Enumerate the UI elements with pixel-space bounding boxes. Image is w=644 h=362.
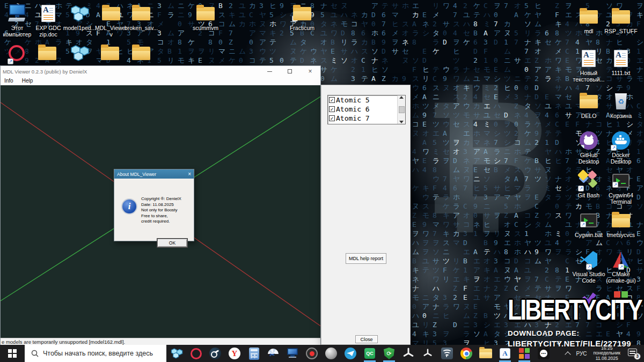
taskbar-icon-hexagons-app[interactable] [167,345,186,362]
desktop-icon-purple-check-app[interactable] [572,288,605,308]
tray-chevron-up-icon[interactable] [565,351,570,356]
taskbar-icon-text-editor[interactable]: A [495,345,515,362]
sphere-icon [325,348,337,359]
desktop-icon-colored-squares-app[interactable] [604,288,638,308]
taskbar-icon-snipping-tool[interactable]: ✂ [264,345,283,362]
taskbar-icon-chrome[interactable] [457,345,476,362]
desktop-icon-new-text-doc[interactable]: A Новый текстовый... [572,48,605,83]
about-dialog-titlebar[interactable]: About MDL_Viewer × [114,169,194,179]
checkbox-checked-icon[interactable]: ✓ [329,106,335,112]
desktop-icon-folder[interactable] [93,43,127,63]
taskbar-icon-screen-recorder[interactable] [302,345,321,362]
desktop-icon-delo-folder[interactable]: DELO [572,91,605,119]
taskbar-icon-antivirus-shield[interactable]: ⟳ [379,345,399,362]
purple-check-icon [581,288,596,308]
hexagons-model-icon [69,43,90,63]
dots-circle-icon: ••• [538,348,550,359]
taskbar-icon-yandex-browser[interactable]: Y [225,345,244,362]
document-icon: A [614,48,628,69]
menu-item-help[interactable]: Help [22,78,33,84]
desktop-icon-docker-desktop[interactable]: ↗ Docker Desktop [604,130,638,165]
taskbar-icon-gray-sphere-app[interactable] [321,345,341,362]
taskbar-icon-propeller-app-2[interactable] [418,345,437,362]
desktop-icon-opera-gx[interactable]: ↗ [0,43,33,63]
desktop-icon-vscode[interactable]: ↗ Visual Studio Code [572,249,605,284]
list-scrollbar[interactable] [397,95,405,124]
desktop-icon-cygwin64-terminal[interactable]: ↗ Cygwin64 Terminal [604,171,638,205]
folder-icon [196,3,215,24]
desktop-icon-tmetsycvcs-folder[interactable]: tmetsycvcs [604,210,638,238]
desktop-icon-this-pc[interactable]: Этот компьютер [1,3,34,38]
desktop-icon-mdl-folder[interactable]: mdl [572,6,605,34]
checkbox-checked-icon[interactable]: ✓ [329,97,335,103]
taskbar-icon-my-computer[interactable] [283,345,302,362]
desktop-icon-folder[interactable] [125,43,158,63]
taskbar-search[interactable] [25,345,166,362]
desktop-icon-broken-sav-folder[interactable]: broken_sav... [125,3,158,31]
menu-item-info[interactable]: Info [4,78,13,84]
scroll-thumb[interactable] [399,106,405,113]
close-icon[interactable]: × [188,172,191,177]
taskbar-icon-calculator[interactable] [244,345,264,362]
taskbar-icon-tornado-app[interactable] [437,345,457,362]
taskbar-icon-file-explorer[interactable] [476,345,495,362]
scroll-up-icon[interactable] [399,96,404,99]
snipping-tool-icon: ✂ [267,348,280,359]
desktop-icon-folder[interactable] [31,43,64,63]
desktop-icon-scummvm-folder[interactable]: scummvm [189,3,222,31]
desktop-icon-1111-txt[interactable]: A 1111.txt [604,48,638,76]
colored-squares-icon [614,288,628,308]
list-item-atomic-7[interactable]: ✓ Atomic 7 [328,114,397,123]
search-input[interactable] [43,350,156,357]
desktop-icon-rsp-stuff-folder[interactable]: RSP_STUFF [604,6,638,34]
desktop-icon-cygwin-bat[interactable]: ↗ Cygwin.bat [572,210,605,238]
taskbar-icon-webcam-app[interactable]: ••• [534,345,553,362]
scroll-down-icon[interactable] [399,121,404,123]
chrome-icon [460,348,472,359]
taskbar-icon-opera-gx[interactable] [186,345,206,362]
language-indicator[interactable]: РУС [576,351,587,357]
desktop-icon-git-bash[interactable]: ↗ Git Bash [572,171,605,198]
record-icon [306,348,318,359]
desktop-icon-exp-gdc-doc[interactable]: A EXP GDC zip.doc [32,3,65,38]
tray-date: 11.08.2025 [593,356,620,361]
desktop-icon-label: Cygwin.bat [575,232,603,238]
desktop-icon-mdl-viewer-folder[interactable]: MDL_Viewer v [94,3,128,38]
taskbar-icon-propeller-app-1[interactable] [399,345,418,362]
desktop-icon-recycle-bin[interactable]: ♻ Корзина [604,91,638,119]
mdl-help-report-button[interactable]: MDL help report [346,253,386,264]
taskbar-icon-colored-squares-app[interactable] [515,345,534,362]
tray-clock[interactable]: 16:25 понедельник 11.08.2025 [593,346,620,361]
steam-icon [209,348,221,359]
ok-button[interactable]: OK [157,239,187,247]
notification-center-button[interactable]: 3 [628,349,639,358]
list-item-atomic-6[interactable]: ✓ Atomic 6 [328,105,397,114]
maximize-button[interactable] [280,66,300,77]
calculator-icon [249,348,259,360]
taskbar-icon-steam[interactable] [206,345,225,362]
maximize-icon [288,69,292,73]
minimize-button[interactable] [259,66,280,77]
desktop-icon-github-desktop[interactable]: ↗ GitHub Desktop [572,130,605,165]
atomic-checklist[interactable]: ✓ Atomic 5 ✓ Atomic 6 ✓ Atomic 7 [327,95,406,124]
window-titlebar[interactable]: MDL Viewer 0.2.3 (public) by DenielX × [1,66,320,77]
colored-squares-icon [519,348,530,359]
close-button[interactable]: × [300,66,320,77]
taskbar-icon-qc-app[interactable]: QC [360,345,379,362]
start-button[interactable] [0,345,25,362]
list-item-atomic-5[interactable]: ✓ Atomic 5 [328,95,397,105]
tornado-icon [441,348,453,359]
panel-close-button[interactable]: Close [355,335,378,343]
desktop-icon-model1ped[interactable]: model1ped... [63,3,96,31]
folder-icon [38,43,56,63]
desktop-icon-hexagons[interactable] [63,43,96,63]
window-title: MDL Viewer 0.2.3 (public) by DenielX [3,69,87,75]
minimize-icon [267,71,272,72]
desktop-icon-label: DELO [581,113,597,119]
windows-logo-icon [8,349,17,358]
checkbox-checked-icon[interactable]: ✓ [329,115,335,121]
taskbar-icon-telegram[interactable] [341,345,360,362]
desktop-icon-label: Cygwin64 Terminal [604,192,638,205]
desktop-icon-cmake[interactable]: ↗ CMake (cmake-gui) [604,249,638,284]
desktop-icon-fracticum-folder[interactable]: ♪ Fracticum [286,3,319,31]
